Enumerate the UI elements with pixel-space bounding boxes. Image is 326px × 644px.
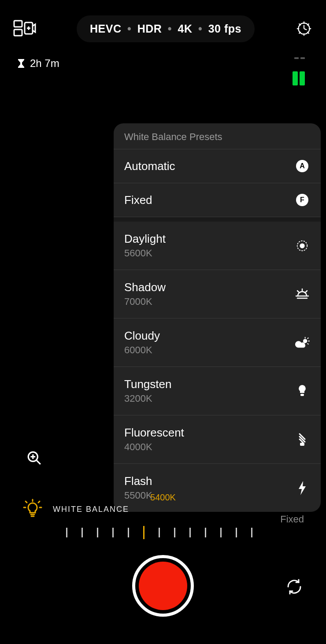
wb-mode-label: Fixed xyxy=(280,514,304,525)
format-codec: HEVC xyxy=(90,22,121,35)
svg-line-26 xyxy=(307,338,308,338)
svg-rect-0 xyxy=(14,21,22,27)
badge-f-icon: F xyxy=(296,194,308,206)
clips-library-icon[interactable] xyxy=(13,20,36,37)
svg-line-27 xyxy=(307,343,308,344)
svg-line-15 xyxy=(304,29,307,30)
wb-preset-fixed[interactable]: Fixed F xyxy=(114,183,321,217)
wb-preset-cloudy[interactable]: Cloudy 6000K xyxy=(114,318,321,367)
panel-header: White Balance Presets xyxy=(114,123,321,149)
svg-line-34 xyxy=(37,460,41,464)
format-resolution: 4K xyxy=(178,22,193,35)
wb-ruler[interactable] xyxy=(66,526,251,539)
wb-preset-daylight[interactable]: Daylight 5600K xyxy=(114,222,321,270)
svg-rect-32 xyxy=(300,443,304,446)
svg-line-22 xyxy=(306,291,307,292)
sunset-icon xyxy=(294,286,310,302)
wb-preset-automatic[interactable]: Automatic A xyxy=(114,149,321,183)
hourglass-icon xyxy=(18,59,25,68)
sun-icon xyxy=(294,238,310,254)
wb-preset-fluorescent[interactable]: Fluorescent 4000K xyxy=(114,415,321,464)
wb-current-value: 5400K xyxy=(22,492,304,503)
badge-a-icon: A xyxy=(296,160,308,172)
wb-preset-shadow[interactable]: Shadow 7000K xyxy=(114,270,321,318)
svg-line-21 xyxy=(297,291,299,292)
recording-time-remaining: 2h 7m xyxy=(18,57,59,70)
record-indicator xyxy=(139,562,187,610)
settings-button[interactable] xyxy=(295,20,313,37)
bulb-icon xyxy=(294,383,310,399)
svg-rect-28 xyxy=(300,394,304,396)
svg-point-23 xyxy=(303,339,307,343)
svg-point-16 xyxy=(300,243,304,248)
format-settings-pill[interactable]: HEVC • HDR • 4K • 30 fps xyxy=(77,15,255,42)
white-balance-slider[interactable]: 5400K WHITE BALANCE Fixed xyxy=(22,499,304,539)
cfl-icon xyxy=(294,432,310,448)
format-hdr: HDR xyxy=(137,22,162,35)
white-balance-presets-panel: White Balance Presets Automatic A Fixed … xyxy=(114,123,321,512)
format-fps: 30 fps xyxy=(208,22,241,35)
svg-rect-1 xyxy=(14,30,22,36)
cloud-sun-icon xyxy=(294,335,310,351)
wb-preset-tungsten[interactable]: Tungsten 3200K xyxy=(114,367,321,415)
record-button[interactable] xyxy=(132,555,194,617)
wb-label: WHITE BALANCE xyxy=(53,505,129,514)
audio-level-meter xyxy=(293,57,305,85)
zoom-button[interactable] xyxy=(26,449,43,467)
flip-camera-button[interactable] xyxy=(285,577,304,596)
